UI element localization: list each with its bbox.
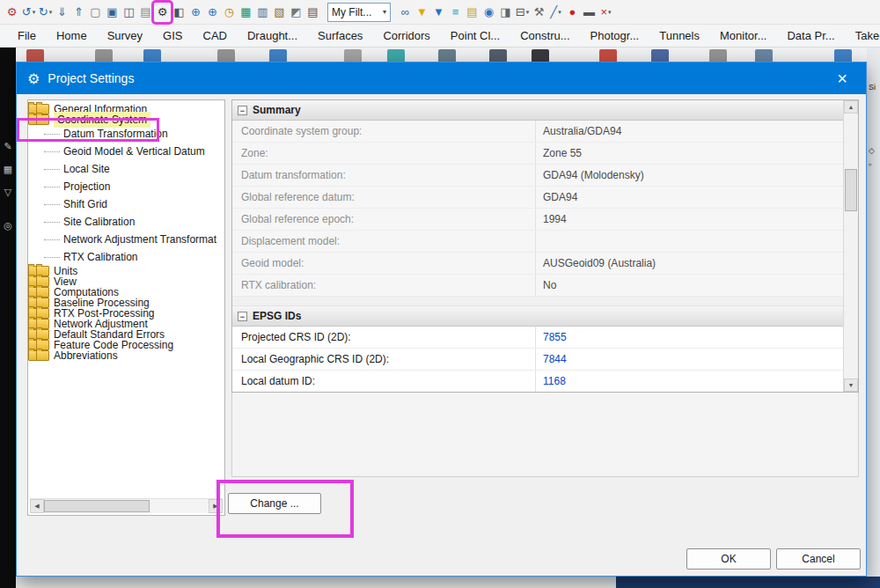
property-label: Coordinate system group:: [232, 121, 536, 142]
module-icon[interactable]: ▦: [238, 3, 254, 22]
compass-icon[interactable]: ◉: [480, 3, 497, 22]
tab-take-off[interactable]: Take-off: [855, 29, 880, 42]
epsg-section-header[interactable]: − EPSG IDs: [232, 306, 843, 327]
screen-icon[interactable]: ▬: [581, 3, 598, 22]
app-logo-icon[interactable]: ⚙: [4, 3, 20, 22]
dialog-titlebar: ⚙ Project Settings ×: [17, 62, 866, 94]
property-row: Displacement model:: [232, 231, 843, 253]
page-icon[interactable]: ▤: [137, 3, 154, 22]
tree-item-label: Network Adjustment Transformat: [63, 233, 216, 246]
sync-globe-icon[interactable]: ⊕: [187, 3, 204, 22]
draw-icon[interactable]: ✎: [0, 141, 16, 152]
draw-line-icon[interactable]: ╱▾: [547, 3, 564, 22]
tree-item-label: Shift Grid: [63, 198, 107, 210]
change-button[interactable]: Change ...: [228, 493, 321, 514]
section-gap: [232, 297, 843, 306]
property-label: Zone:: [232, 143, 536, 164]
tree-item-geoid-model-vertical-datum[interactable]: Geoid Model & Vertical Datum: [28, 143, 224, 160]
tab-file[interactable]: File: [18, 29, 36, 42]
tab-home[interactable]: Home: [56, 29, 87, 42]
link-icon[interactable]: ∞: [397, 3, 414, 22]
layers-icon[interactable]: ≡: [447, 3, 464, 22]
tab-draughting[interactable]: Draught...: [247, 29, 297, 42]
property-label: Global reference epoch:: [232, 209, 536, 230]
settings-gear-icon[interactable]: ⚙: [154, 3, 171, 22]
tree-item-abbreviations[interactable]: Abbreviations: [28, 350, 48, 361]
tree-horizontal-scrollbar[interactable]: ◀ ▶: [30, 498, 223, 513]
notebook-icon[interactable]: ▤: [464, 3, 480, 22]
tree-item-local-site[interactable]: Local Site: [28, 160, 224, 178]
tree-item-datum-transformation[interactable]: Datum Transformation: [28, 125, 224, 143]
tree-branch-line: [44, 134, 60, 135]
tag-icon[interactable]: ◩: [288, 3, 304, 22]
tab-corridors[interactable]: Corridors: [383, 29, 429, 42]
grid-vertical-scrollbar[interactable]: ▲ ▼: [843, 100, 858, 392]
tab-cad[interactable]: CAD: [203, 29, 227, 42]
new-file-icon[interactable]: ▢: [87, 3, 104, 22]
tree-item-site-calibration[interactable]: Site Calibration: [28, 213, 224, 231]
epsg-id-link[interactable]: 7855: [536, 327, 843, 348]
section-title: Summary: [253, 104, 301, 116]
close-icon[interactable]: ×: [827, 62, 857, 94]
undo-icon[interactable]: ↺▾: [20, 3, 37, 22]
ok-button[interactable]: OK: [686, 548, 771, 570]
tree-item-rtx-calibration[interactable]: RTX Calibration: [28, 248, 224, 266]
filter-funnel-icon[interactable]: ▼: [414, 3, 430, 22]
tab-monitoring[interactable]: Monitor...: [720, 29, 766, 42]
save-all-icon[interactable]: ◫: [121, 3, 137, 22]
image-icon[interactable]: ▧: [271, 3, 288, 22]
epsg-id-link[interactable]: 1168: [536, 371, 843, 392]
property-value: Australia/GDA94: [536, 121, 843, 142]
epsg-id-link[interactable]: 7844: [536, 349, 843, 370]
filter-combo[interactable]: My Filt... ▾: [327, 3, 391, 22]
scroll-track[interactable]: [44, 499, 209, 513]
collapse-icon[interactable]: −: [238, 312, 247, 321]
scroll-thumb[interactable]: [845, 169, 857, 211]
tab-gis[interactable]: GIS: [163, 29, 182, 42]
scroll-left-icon[interactable]: ◀: [30, 499, 44, 513]
redo-icon[interactable]: ↻▾: [37, 3, 54, 22]
grid-icon[interactable]: ▦: [0, 164, 16, 175]
clock-icon[interactable]: ◷: [221, 3, 238, 22]
ribbon-icon: [651, 49, 669, 62]
ribbon-icon: [26, 49, 44, 62]
ribbon-icon: [143, 49, 161, 62]
library-icon[interactable]: ▥: [254, 3, 271, 22]
record-icon[interactable]: ●: [564, 3, 581, 22]
summary-section-header[interactable]: − Summary: [232, 100, 843, 121]
tab-tunnels[interactable]: Tunnels: [659, 29, 700, 42]
export-icon[interactable]: ⇑: [70, 3, 87, 22]
scroll-down-icon[interactable]: ▼: [844, 379, 858, 392]
tree-item-projection[interactable]: Projection: [28, 178, 224, 195]
monitor-icon[interactable]: ◧: [171, 3, 187, 22]
tree-item-network-adjustment-transformation[interactable]: Network Adjustment Transformat: [28, 231, 224, 248]
scroll-right-icon[interactable]: ▶: [209, 499, 223, 513]
printer-icon[interactable]: ⊟▾: [514, 3, 531, 22]
tree-rows: General Information Coordinate System Da…: [28, 104, 224, 361]
tab-data-prep[interactable]: Data Pr...: [787, 29, 834, 42]
close-task-icon[interactable]: ×▾: [598, 3, 614, 22]
globe-icon[interactable]: ⊕: [204, 3, 221, 22]
scroll-thumb[interactable]: [44, 500, 150, 512]
filter-icon[interactable]: ▽: [0, 187, 16, 198]
panel-icon[interactable]: ◨: [497, 3, 514, 22]
target-icon[interactable]: ◎: [0, 220, 16, 232]
cancel-button[interactable]: Cancel: [776, 548, 861, 570]
import-icon[interactable]: ⇓: [54, 3, 70, 22]
scroll-up-icon[interactable]: ▲: [844, 100, 858, 114]
ribbon-icon: [709, 49, 727, 62]
tree-item-shift-grid[interactable]: Shift Grid: [28, 195, 224, 213]
tab-point-clouds[interactable]: Point Cl...: [451, 29, 500, 42]
tab-survey[interactable]: Survey: [107, 29, 143, 42]
filter-edit-icon[interactable]: ▼: [430, 3, 447, 22]
tree-item-label: Site Calibration: [63, 216, 135, 228]
background-panel: Si ◇ ▫: [867, 48, 880, 577]
save-icon[interactable]: ▣: [104, 3, 121, 22]
collapse-icon[interactable]: −: [238, 106, 247, 115]
tree-item-coordinate-system[interactable]: Coordinate System: [28, 114, 48, 125]
tab-construction[interactable]: Constru...: [520, 29, 569, 42]
tab-surfaces[interactable]: Surfaces: [318, 29, 363, 42]
report-icon[interactable]: ▤: [304, 3, 321, 22]
tools-icon[interactable]: ⚒: [531, 3, 547, 22]
tab-photogrammetry[interactable]: Photogr...: [590, 29, 640, 42]
